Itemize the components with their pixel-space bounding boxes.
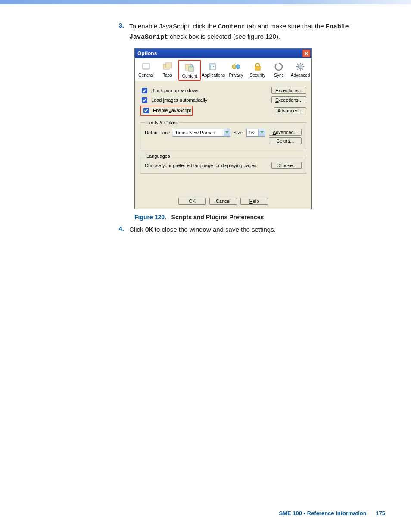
svg-rect-3 [166, 63, 172, 68]
svg-line-21 [297, 64, 298, 65]
tab-security[interactable]: Security [247, 60, 268, 81]
step-number: 4. [116, 225, 129, 235]
footer-section: SME 100 • Reference Information [279, 510, 366, 516]
step-4: 4. Click OK to close the window and save… [116, 225, 385, 235]
content-icon [184, 63, 195, 72]
step-number: 3. [116, 22, 129, 42]
label-enable-js: Enable JavaScript [153, 108, 191, 113]
tab-label: General [136, 73, 156, 78]
fonts-colors-legend: Fonts & Colors [145, 120, 180, 125]
label-block-popup: Block pop-up windows [151, 88, 198, 93]
tab-privacy[interactable]: Privacy [226, 60, 246, 81]
text: Click [129, 226, 145, 233]
tab-label: Advanced [290, 73, 311, 78]
svg-rect-10 [213, 66, 214, 67]
svg-rect-1 [143, 68, 149, 69]
languages-group: Languages Choose your preferred language… [140, 153, 306, 174]
svg-rect-11 [212, 68, 212, 68]
tab-content[interactable]: Content [178, 60, 201, 81]
size-label: Size: [233, 130, 243, 135]
languages-text: Choose your preferred language for displ… [145, 163, 256, 168]
svg-point-14 [236, 65, 240, 69]
close-icon [304, 51, 308, 56]
sync-icon [274, 62, 283, 71]
exceptions-button-2[interactable]: Exceptions... [271, 96, 306, 103]
svg-rect-9 [212, 66, 212, 67]
default-font-label: Default font: [145, 130, 170, 135]
advanced-icon [296, 62, 305, 71]
step-3: 3. To enable JavaScript, click the Conte… [116, 22, 385, 42]
tab-applications[interactable]: Applications [202, 60, 225, 81]
advanced-fonts-button[interactable]: Advanced... [269, 129, 302, 136]
svg-line-22 [302, 69, 303, 70]
page-content: 3. To enable JavaScript, click the Conte… [0, 4, 411, 235]
step-text: To enable JavaScript, click the Content … [129, 22, 385, 42]
cancel-button[interactable]: Cancel [209, 198, 237, 205]
figure-120: Options General Tabs [134, 48, 385, 209]
default-font-select[interactable]: Times New Roman [173, 129, 230, 137]
general-icon [141, 62, 151, 71]
tab-sync[interactable]: Sync [269, 60, 290, 81]
dialog-body: Block pop-up windows Exceptions... Load … [135, 81, 311, 195]
page-header-bar [0, 0, 411, 4]
default-font-value: Times New Roman [175, 130, 215, 135]
svg-line-23 [302, 64, 303, 65]
options-dialog: Options General Tabs [134, 48, 312, 209]
text: to close the window and save the setting… [153, 226, 276, 233]
size-value: 16 [249, 130, 254, 135]
content-tab-name: Content [218, 23, 245, 31]
privacy-icon [231, 62, 241, 71]
label-load-images: Load images automatically [151, 97, 207, 103]
tab-label: Privacy [226, 73, 246, 78]
help-button[interactable]: Help [240, 198, 268, 205]
colors-button[interactable]: Colors... [269, 137, 302, 144]
svg-rect-15 [255, 66, 260, 70]
ok-name: OK [145, 227, 153, 234]
step-text: Click OK to close the window and save th… [129, 225, 276, 235]
figure-title: Scripts and Plugins Preferences [171, 214, 264, 221]
checkbox-block-popup[interactable] [142, 88, 147, 93]
close-button[interactable] [302, 50, 310, 57]
tab-strip: General Tabs Content Applications [135, 58, 311, 81]
row-load-images: Load images automatically Exceptions... [140, 96, 306, 104]
text: To enable JavaScript, click the [129, 22, 218, 30]
checkbox-enable-js[interactable] [143, 108, 149, 113]
languages-legend: Languages [145, 153, 171, 159]
svg-point-6 [190, 65, 193, 67]
tab-label: Security [247, 73, 268, 78]
advanced-js-button[interactable]: Advanced... [274, 107, 306, 114]
svg-rect-12 [213, 68, 214, 68]
dialog-title: Options [137, 50, 157, 56]
security-icon [253, 62, 262, 71]
tabs-icon [162, 62, 173, 71]
tab-label: Tabs [157, 73, 178, 78]
dropdown-arrow-icon [258, 129, 265, 136]
choose-button[interactable]: Choose... [271, 162, 302, 169]
figure-label: Figure 120. [134, 214, 166, 221]
text: check box is selected (see figure 120). [168, 33, 280, 40]
tab-label: Applications [202, 73, 225, 78]
svg-rect-8 [211, 65, 215, 70]
tab-tabs[interactable]: Tabs [157, 60, 178, 81]
exceptions-button-1[interactable]: Exceptions... [271, 87, 306, 94]
dialog-titlebar[interactable]: Options [135, 49, 311, 58]
tab-label: Sync [269, 73, 290, 78]
applications-icon [208, 62, 218, 71]
text: tab and make sure that the [245, 22, 326, 30]
row-enable-js: Enable JavaScript Advanced... [140, 106, 306, 116]
dropdown-arrow-icon [224, 129, 230, 136]
tab-general[interactable]: General [136, 60, 156, 81]
svg-line-24 [297, 69, 298, 70]
checkbox-load-images[interactable] [142, 97, 147, 103]
ok-button[interactable]: OK [178, 198, 206, 205]
page-footer: SME 100 • Reference Information 175 [279, 510, 385, 516]
dialog-footer: OK Cancel Help [135, 195, 311, 209]
enable-js-highlight: Enable JavaScript [140, 106, 193, 116]
page-number: 175 [376, 510, 385, 516]
svg-point-16 [298, 65, 302, 69]
figure-caption: Figure 120. Scripts and Plugins Preferen… [134, 214, 385, 221]
row-block-popup: Block pop-up windows Exceptions... [140, 87, 306, 95]
size-select[interactable]: 16 [246, 129, 265, 137]
tab-label: Content [179, 74, 200, 78]
tab-advanced[interactable]: Advanced [290, 60, 311, 81]
